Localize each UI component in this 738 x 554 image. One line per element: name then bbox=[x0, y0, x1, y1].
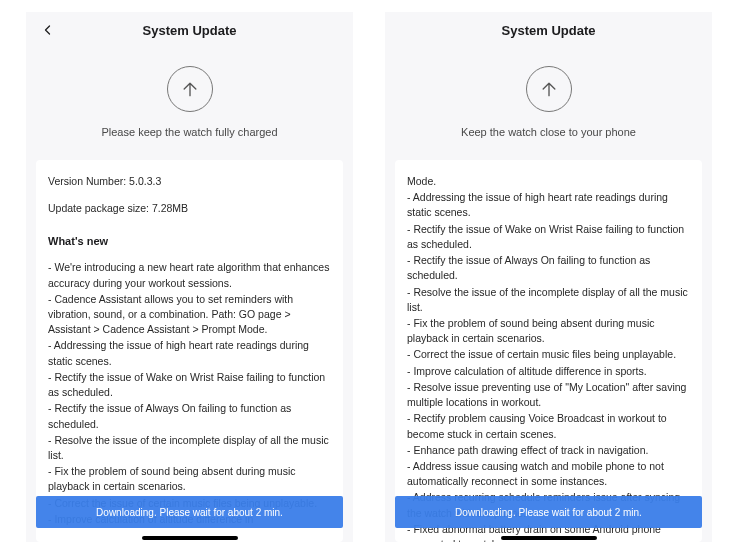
header: System Update bbox=[26, 12, 353, 48]
download-status-text: Downloading. Please wait for about 2 min… bbox=[455, 507, 642, 518]
changelog-list: - We're introducing a new heart rate alg… bbox=[48, 260, 331, 527]
changelog-item: - Resolve the issue of the incomplete di… bbox=[407, 285, 690, 315]
arrow-up-icon bbox=[539, 78, 559, 100]
changelog-item: - We're introducing a new heart rate alg… bbox=[48, 260, 331, 290]
page-title: System Update bbox=[397, 23, 700, 38]
changelog-item: - Rectify the issue of Always On failing… bbox=[407, 253, 690, 283]
arrow-up-icon bbox=[180, 78, 200, 100]
upload-circle-icon bbox=[167, 66, 213, 112]
changelog-item: - Address issue causing watch and mobile… bbox=[407, 459, 690, 489]
download-progress-bar[interactable]: Downloading. Please wait for about 2 min… bbox=[395, 496, 702, 528]
hero-subtitle: Keep the watch close to your phone bbox=[461, 126, 636, 138]
changelog-item: - Resolve the issue of the incomplete di… bbox=[48, 433, 331, 463]
changelog-item: - Rectify problem causing Voice Broadcas… bbox=[407, 411, 690, 441]
whats-new-title: What's new bbox=[48, 234, 331, 250]
update-card[interactable]: Version Number: 5.0.3.3 Update package s… bbox=[36, 160, 343, 542]
version-label: Version Number: 5.0.3.3 bbox=[48, 174, 331, 189]
changelog-item: - Rectify the issue of Always On failing… bbox=[48, 401, 331, 431]
changelog-item: - Improve calculation of altitude differ… bbox=[407, 364, 690, 379]
changelog-list: Mode. - Addressing the issue of high hea… bbox=[407, 174, 690, 542]
home-indicator[interactable] bbox=[501, 536, 597, 540]
hero-section: Please keep the watch fully charged bbox=[26, 48, 353, 154]
changelog-item: - Resolve issue preventing use of "My Lo… bbox=[407, 380, 690, 410]
changelog-item: - Fix the problem of sound being absent … bbox=[48, 464, 331, 494]
header: System Update bbox=[385, 12, 712, 48]
changelog-item: - Addressing the issue of high heart rat… bbox=[48, 338, 331, 368]
changelog-item: Mode. bbox=[407, 174, 690, 189]
phone-right: System Update Keep the watch close to yo… bbox=[385, 12, 712, 542]
update-card[interactable]: Mode. - Addressing the issue of high hea… bbox=[395, 160, 702, 542]
changelog-item: - Rectify the issue of Wake on Wrist Rai… bbox=[407, 222, 690, 252]
download-status-text: Downloading. Please wait for about 2 min… bbox=[96, 507, 283, 518]
page-title: System Update bbox=[38, 23, 341, 38]
hero-subtitle: Please keep the watch fully charged bbox=[101, 126, 277, 138]
changelog-item: - Cadence Assistant allows you to set re… bbox=[48, 292, 331, 338]
changelog-item: - Fix the problem of sound being absent … bbox=[407, 316, 690, 346]
hero-section: Keep the watch close to your phone bbox=[385, 48, 712, 154]
home-indicator[interactable] bbox=[142, 536, 238, 540]
changelog-item: - Rectify the issue of Wake on Wrist Rai… bbox=[48, 370, 331, 400]
changelog-item: - Enhance path drawing effect of track i… bbox=[407, 443, 690, 458]
download-progress-bar[interactable]: Downloading. Please wait for about 2 min… bbox=[36, 496, 343, 528]
changelog-item: - Addressing the issue of high heart rat… bbox=[407, 190, 690, 220]
phone-left: System Update Please keep the watch full… bbox=[26, 12, 353, 542]
changelog-item: - Correct the issue of certain music fil… bbox=[407, 347, 690, 362]
upload-circle-icon bbox=[526, 66, 572, 112]
package-size-label: Update package size: 7.28MB bbox=[48, 201, 331, 216]
